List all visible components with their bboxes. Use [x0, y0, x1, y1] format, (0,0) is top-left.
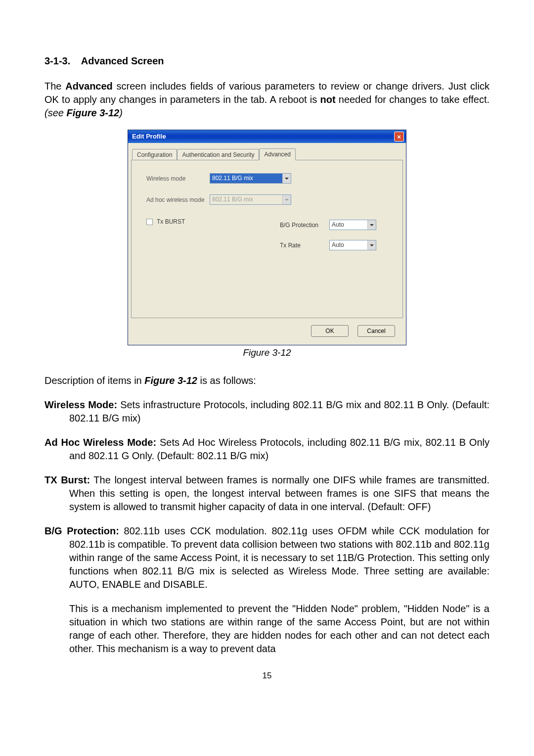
tab-authentication-security[interactable]: Authentication and Security [177, 149, 259, 160]
bg-protection-value: Auto [330, 220, 367, 230]
item-tx-burst: TX Burst: The longest interval between f… [44, 473, 490, 514]
bg-protection-label: B/G Protection [280, 221, 329, 229]
description-lead: Description of items in Figure 3-12 is a… [44, 374, 490, 387]
txburst-checkbox[interactable] [146, 219, 153, 225]
adhoc-mode-value: 802.11 B/G mix [210, 195, 282, 204]
tx-rate-value: Auto [330, 240, 367, 250]
chevron-down-icon [282, 195, 291, 204]
tab-strip: Configuration Authentication and Securit… [132, 148, 403, 160]
chevron-down-icon[interactable] [367, 220, 376, 230]
item-adhoc-mode: Ad Hoc Wireless Mode: Sets Ad Hoc Wirele… [44, 436, 490, 463]
tab-configuration[interactable]: Configuration [132, 149, 177, 160]
wireless-mode-label: Wireless mode [146, 175, 210, 183]
item-wireless-mode: Wireless Mode: Sets infrastructure Proto… [44, 398, 490, 425]
chevron-down-icon[interactable] [367, 240, 376, 250]
chevron-down-icon[interactable] [282, 174, 291, 183]
adhoc-mode-dropdown: 802.11 B/G mix [210, 194, 291, 205]
close-icon: × [397, 134, 401, 140]
advanced-tab-panel: Wireless mode 802.11 B/G mix Ad hoc wire… [131, 160, 403, 318]
tab-advanced[interactable]: Advanced [259, 148, 295, 160]
figure-caption: Figure 3-12 [44, 346, 490, 359]
section-number: 3-1-3. [44, 55, 70, 66]
edit-profile-dialog: Edit Profile × Configuration Authenticat… [128, 130, 406, 345]
wireless-mode-dropdown[interactable]: 802.11 B/G mix [210, 173, 291, 184]
dialog-title: Edit Profile [132, 132, 166, 141]
ok-button[interactable]: OK [311, 325, 349, 337]
bg-protection-dropdown[interactable]: Auto [329, 220, 376, 230]
close-button[interactable]: × [394, 132, 404, 142]
intro-paragraph: The Advanced screen includes fields of v… [44, 80, 490, 120]
section-heading: 3-1-3. Advanced Screen [44, 54, 490, 68]
cancel-button[interactable]: Cancel [357, 325, 395, 337]
dialog-titlebar: Edit Profile × [128, 130, 406, 143]
tx-rate-dropdown[interactable]: Auto [329, 240, 376, 250]
adhoc-mode-label: Ad hoc wireless mode [146, 196, 210, 204]
tx-rate-label: Tx Rate [280, 241, 329, 249]
txburst-label: Tx BURST [157, 218, 185, 226]
wireless-mode-value: 802.11 B/G mix [210, 174, 282, 183]
page-number: 15 [44, 670, 490, 682]
section-title: Advanced Screen [81, 55, 164, 66]
item-bg-protection: B/G Protection: 802.11b uses CCK modulat… [44, 524, 490, 656]
